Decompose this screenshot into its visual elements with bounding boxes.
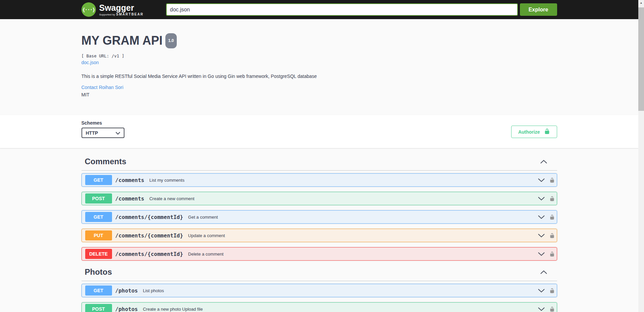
chevron-down-icon[interactable] bbox=[538, 307, 545, 311]
chevron-down-icon[interactable] bbox=[538, 289, 545, 293]
operation-actions bbox=[538, 288, 555, 294]
unlock-icon[interactable] bbox=[549, 251, 555, 257]
unlock-icon[interactable] bbox=[549, 288, 555, 294]
unlock-icon bbox=[544, 128, 550, 135]
operation-row[interactable]: PUT/comments/{commentId}Update a comment bbox=[82, 229, 557, 242]
contact-link[interactable]: Contact Roihan Sori bbox=[82, 85, 123, 90]
operation-summary: Get a comment bbox=[188, 215, 218, 220]
method-badge: POST bbox=[85, 304, 112, 312]
authorize-button[interactable]: Authorize bbox=[511, 126, 557, 138]
operation-summary: List my comments bbox=[149, 178, 184, 183]
operation-row[interactable]: GET/photosList photos bbox=[82, 284, 557, 297]
method-badge: GET bbox=[85, 175, 112, 185]
api-title: MY GRAM API1.0 bbox=[82, 34, 557, 49]
scheme-select[interactable]: HTTP bbox=[82, 128, 124, 138]
operation-path: /comments bbox=[115, 177, 145, 183]
operation-path: /photos bbox=[115, 306, 138, 312]
operation-path: /comments/{commentId} bbox=[115, 251, 183, 257]
operation-summary: Create a new photo Upload file bbox=[143, 307, 203, 312]
method-badge: PUT bbox=[85, 230, 112, 240]
scrollbar-thumb[interactable] bbox=[638, 7, 644, 111]
logo-subtitle: Supported bySMARTBEAR bbox=[99, 12, 144, 16]
operation-summary: List photos bbox=[143, 288, 164, 293]
operation-summary: Create a new comment bbox=[149, 196, 194, 201]
explore-button[interactable]: Explore bbox=[520, 3, 557, 16]
chevron-down-icon[interactable] bbox=[538, 252, 545, 256]
logo-title: Swagger bbox=[99, 3, 144, 12]
license-text: MIT bbox=[82, 92, 557, 97]
swagger-logo-icon: {···} bbox=[82, 2, 96, 17]
version-badge: 1.0 bbox=[165, 33, 177, 48]
info-section: MY GRAM API1.0 [ Base URL: /v1 ] doc.jso… bbox=[82, 19, 557, 115]
operations-container: CommentsGET/commentsList my commentsPOST… bbox=[82, 148, 557, 312]
schemes-label: Schemes bbox=[82, 120, 124, 126]
section-header-photos[interactable]: Photos bbox=[82, 267, 557, 281]
operation-path: /comments/{commentId} bbox=[115, 232, 183, 239]
operation-actions bbox=[538, 233, 555, 238]
scheme-container: Schemes HTTP Authorize bbox=[0, 115, 638, 148]
spec-doc-link[interactable]: doc.json bbox=[82, 60, 99, 65]
spec-url-input[interactable] bbox=[166, 3, 518, 16]
swagger-logo-link[interactable]: {···} Swagger Supported bySMARTBEAR bbox=[82, 2, 144, 17]
chevron-down-icon[interactable] bbox=[538, 197, 545, 200]
download-url-form: Explore bbox=[166, 3, 557, 16]
chevron-down-icon bbox=[116, 130, 120, 136]
method-badge: GET bbox=[85, 212, 112, 222]
section-title: Comments bbox=[85, 157, 126, 166]
api-description: This is a simple RESTful Social Media Se… bbox=[82, 74, 557, 79]
unlock-icon[interactable] bbox=[549, 196, 555, 202]
operation-actions bbox=[538, 214, 555, 220]
operation-row[interactable]: POST/commentsCreate a new comment bbox=[82, 192, 557, 205]
chevron-down-icon[interactable] bbox=[538, 178, 545, 182]
section-title: Photos bbox=[85, 267, 112, 277]
base-url: [ Base URL: /v1 ] bbox=[82, 53, 557, 58]
api-section: CommentsGET/commentsList my commentsPOST… bbox=[82, 157, 557, 261]
method-badge: POST bbox=[85, 193, 112, 204]
operation-actions bbox=[538, 306, 555, 312]
chevron-down-icon[interactable] bbox=[538, 234, 545, 237]
method-badge: GET bbox=[85, 285, 112, 296]
unlock-icon[interactable] bbox=[549, 306, 555, 312]
method-badge: DELETE bbox=[85, 249, 112, 259]
operation-summary: Update a comment bbox=[188, 233, 225, 238]
scrollbar-up-arrow-icon[interactable]: ▲ bbox=[638, 0, 644, 6]
schemes-block: Schemes HTTP bbox=[82, 120, 124, 138]
topbar: {···} Swagger Supported bySMARTBEAR Expl… bbox=[0, 0, 638, 19]
operation-actions bbox=[538, 196, 555, 202]
operation-row[interactable]: POST/photosCreate a new photo Upload fil… bbox=[82, 302, 557, 312]
chevron-up-icon[interactable] bbox=[540, 160, 547, 164]
operation-row[interactable]: DELETE/comments/{commentId}Delete a comm… bbox=[82, 247, 557, 261]
unlock-icon[interactable] bbox=[549, 233, 555, 238]
vertical-scrollbar[interactable]: ▲ bbox=[638, 0, 644, 312]
chevron-up-icon[interactable] bbox=[540, 270, 547, 274]
operation-path: /photos bbox=[115, 287, 138, 294]
operation-row[interactable]: GET/comments/{commentId}Get a comment bbox=[82, 210, 557, 224]
operation-row[interactable]: GET/commentsList my comments bbox=[82, 173, 557, 187]
section-header-comments[interactable]: Comments bbox=[82, 157, 557, 171]
operation-actions bbox=[538, 177, 555, 183]
unlock-icon[interactable] bbox=[549, 214, 555, 220]
chevron-down-icon[interactable] bbox=[538, 215, 545, 219]
api-section: PhotosGET/photosList photosPOST/photosCr… bbox=[82, 267, 557, 312]
operation-path: /comments bbox=[115, 195, 145, 202]
operation-actions bbox=[538, 251, 555, 257]
unlock-icon[interactable] bbox=[549, 177, 555, 183]
operation-summary: Delete a comment bbox=[188, 252, 224, 257]
operation-path: /comments/{commentId} bbox=[115, 214, 183, 220]
swagger-ui-page: {···} Swagger Supported bySMARTBEAR Expl… bbox=[0, 0, 638, 312]
